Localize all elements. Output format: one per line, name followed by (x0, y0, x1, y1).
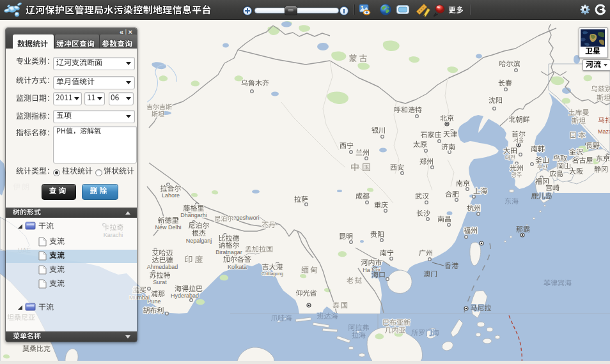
svg-text:Lahore: Lahore (162, 192, 180, 199)
svg-text:Chittagong: Chittagong (262, 271, 283, 277)
svg-text:Biratnagar: Biratnagar (215, 249, 242, 255)
svg-text:Surat: Surat (153, 279, 167, 285)
svg-text:Kolkata: Kolkata (228, 264, 247, 270)
svg-text:Nepalganj: Nepalganj (186, 238, 212, 244)
svg-text:Hyderabad: Hyderabad (171, 292, 199, 299)
svg-text:Dhangarhi: Dhangarhi (180, 212, 207, 218)
svg-text:New Delhi: New Delhi (155, 224, 181, 231)
svg-text:Maza: Maza (598, 128, 610, 135)
svg-text:Ahmedabad: Ahmedabad (147, 264, 178, 270)
